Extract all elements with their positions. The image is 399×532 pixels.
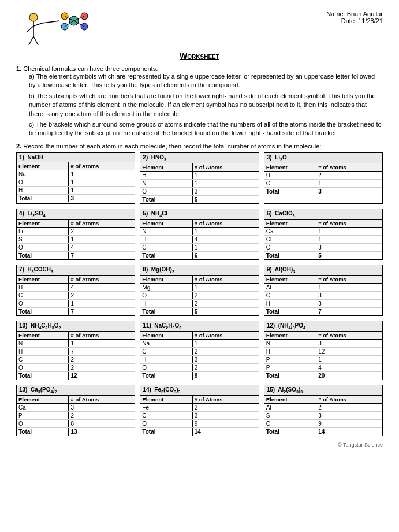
col-header-atoms: # of Atoms	[69, 276, 135, 284]
element-cell: O	[140, 419, 192, 427]
sub-item-a: a) The element symbols which are represe…	[29, 72, 383, 90]
atoms-cell: 1	[69, 186, 135, 194]
element-cell: H	[264, 347, 316, 355]
total-row: Total6	[140, 251, 258, 259]
element-cell: Na	[140, 339, 192, 347]
name-value: Brian Aguilar	[347, 10, 383, 17]
molecule-table-3: 3) Li2OElement# of AtomsU2O1Total3	[264, 152, 383, 204]
element-cell: Ca	[17, 403, 69, 411]
element-cell: O	[17, 299, 69, 307]
molecule-table-6: 6) CaClO3Element# of AtomsCa1Cl1O3Total5	[264, 209, 383, 260]
molecule-table-1: 1) NaOHElement# of AtomsNa1O1H1Total3	[16, 152, 135, 204]
total-value: 7	[69, 251, 135, 259]
molecule-data-table-1: Element# of AtomsNa1O1H1Total3	[17, 162, 135, 202]
total-value: 8	[192, 371, 258, 380]
atoms-cell: 3	[316, 291, 382, 299]
col-header-atoms: # of Atoms	[316, 396, 382, 404]
total-row: Total5	[140, 307, 258, 315]
col-header-element: Element	[140, 276, 192, 284]
total-value: 3	[69, 194, 135, 202]
table-row: O3	[264, 291, 382, 299]
atoms-cell: 3	[192, 355, 258, 363]
element-cell: H	[17, 283, 69, 291]
q1-number: 1.	[16, 65, 21, 72]
element-cell: Al	[264, 403, 316, 411]
element-cell: Na	[17, 170, 69, 178]
worksheet-title: Worksheet	[16, 51, 383, 61]
table-row: P4	[264, 363, 382, 371]
sub-c-label: c)	[29, 121, 34, 128]
element-cell: H	[17, 347, 69, 355]
table-row: O9	[264, 419, 382, 427]
molecule-table-13: 13) Ca3(PO4)2Element# of AtomsCa3P2O8Tot…	[16, 385, 135, 436]
molecule-data-table-14: Element# of AtomsFe2C3O9Total14	[140, 396, 258, 436]
footer: © Tangstar Science	[16, 442, 383, 448]
atoms-cell: 2	[192, 363, 258, 371]
col-header-element: Element	[17, 332, 69, 340]
table-row: Na1	[17, 170, 135, 178]
total-value: 12	[69, 371, 135, 380]
col-header-element: Element	[264, 332, 316, 340]
table-row: C2	[17, 355, 135, 363]
col-header-element: Element	[264, 396, 316, 404]
total-value: 20	[316, 371, 382, 380]
molecule-table-8: 8) Mg(OH)2Element# of AtomsMg1O2H2Total5	[140, 265, 259, 316]
atoms-cell: 2	[316, 403, 382, 411]
table-row: S3	[264, 411, 382, 419]
atoms-cell: 2	[192, 291, 258, 299]
atoms-cell: 2	[192, 403, 258, 411]
element-cell: N	[140, 179, 192, 187]
molecule-title-2: 2) HNO3	[140, 153, 258, 163]
total-label: Total	[264, 427, 316, 436]
table-row: O1	[17, 178, 135, 186]
table-row: S1	[17, 235, 135, 243]
element-cell: H	[140, 171, 192, 179]
atoms-cell: 9	[316, 419, 382, 427]
table-row: H3	[140, 355, 258, 363]
atoms-cell: 4	[192, 235, 258, 243]
col-header-element: Element	[140, 220, 192, 228]
element-cell: O	[17, 243, 69, 251]
total-label: Total	[264, 251, 316, 259]
table-row: C2	[140, 347, 258, 355]
date-line: Date: 11/28/21	[326, 17, 383, 24]
atoms-cell: 1	[69, 339, 135, 347]
q1-line: 1. Chemical formulas can have three comp…	[16, 65, 383, 72]
table-row: N1	[140, 179, 258, 187]
molecule-data-table-13: Element# of AtomsCa3P2O8Total13	[17, 396, 135, 436]
atoms-cell: 1	[192, 339, 258, 347]
col-header-element: Element	[264, 220, 316, 228]
molecule-title-8: 8) Mg(OH)2	[140, 265, 258, 276]
total-value: 3	[316, 187, 382, 195]
element-cell: C	[140, 347, 192, 355]
molecule-data-table-15: Element# of AtomsAl2S3O9Total14	[264, 396, 382, 436]
col-header-element: Element	[264, 276, 316, 284]
element-cell: O	[264, 243, 316, 251]
col-header-atoms: # of Atoms	[192, 396, 258, 404]
molecule-title-7: 7) H3COCH3	[17, 265, 135, 276]
element-cell: H	[264, 299, 316, 307]
col-header-element: Element	[140, 332, 192, 340]
atoms-cell: 4	[69, 283, 135, 291]
table-row: O3	[140, 187, 258, 195]
element-cell: O	[17, 178, 69, 186]
col-header-element: Element	[264, 163, 316, 172]
molecule-title-1: 1) NaOH	[17, 153, 135, 162]
molecule-title-10: 10) NH4C2H3O2	[17, 321, 135, 332]
atoms-cell: 1	[69, 299, 135, 307]
atoms-cell: 2	[192, 347, 258, 355]
col-header-atoms: # of Atoms	[192, 276, 258, 284]
sub-item-c: c) The brackets which surround some grou…	[29, 120, 383, 138]
total-row: Total13	[17, 427, 135, 436]
atoms-cell: 1	[316, 179, 382, 187]
atoms-cell: 2	[69, 291, 135, 299]
table-row: Al1	[264, 283, 382, 291]
element-cell: C	[17, 291, 69, 299]
molecule-title-4: 4) Li2SO4	[17, 209, 135, 220]
atoms-cell: 2	[69, 227, 135, 235]
table-row: O4	[17, 243, 135, 251]
table-row: O2	[17, 363, 135, 371]
sub-item-b: b) The subscripts which are numbers that…	[29, 92, 383, 118]
total-label: Total	[140, 427, 192, 436]
table-row: O3	[264, 243, 382, 251]
